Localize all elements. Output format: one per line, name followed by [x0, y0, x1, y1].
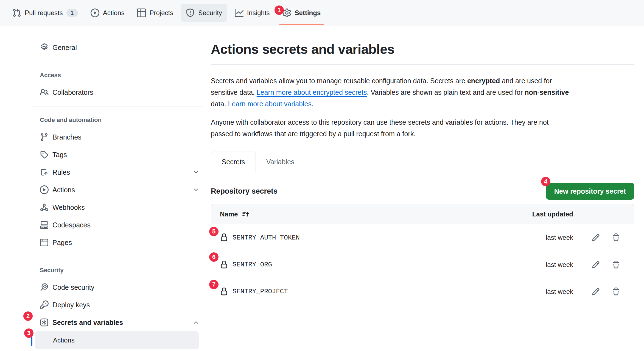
nav-tab-label: Settings	[295, 9, 321, 17]
nav-tab-settings[interactable]: 1 Settings	[278, 4, 326, 22]
sidebar-item-general[interactable]: General	[31, 39, 203, 56]
intro-text: and are used for	[500, 77, 552, 85]
sidebar-item-tags[interactable]: Tags	[31, 146, 203, 163]
nav-tab-label: Insights	[247, 9, 270, 17]
nav-tab-security[interactable]: Security	[181, 4, 227, 22]
encrypted-secrets-link[interactable]: Learn more about encrypted secrets	[257, 88, 367, 96]
rules-icon	[40, 168, 49, 177]
tag-icon	[40, 150, 49, 159]
secret-last-updated: last week	[531, 288, 583, 296]
annotation-badge-6: 6	[209, 252, 219, 262]
sidebar-item-actions[interactable]: Actions	[31, 181, 203, 199]
secrets-table-wrap: 5 6 7 Name Last updated SENTRY_AUTH_TOKE…	[211, 204, 634, 305]
intro-text: . Variables are shown as plain text and …	[367, 88, 525, 96]
annotation-badge-5: 5	[209, 227, 219, 236]
sidebar-item-pages[interactable]: Pages	[31, 234, 203, 251]
secret-row-sentry-project: SENTRY_PROJECT last week	[211, 278, 634, 305]
git-pull-request-icon	[12, 9, 21, 17]
nav-tab-label: Security	[198, 9, 222, 17]
sidebar-item-code-security[interactable]: Code security	[31, 278, 203, 296]
name-header-label: Name	[220, 210, 238, 218]
secret-name: SENTRY_ORG	[233, 261, 272, 268]
secret-last-updated: last week	[531, 261, 583, 269]
repository-secrets-header-row: Repository secrets 4 New repository secr…	[211, 183, 634, 200]
sidebar-item-deploy-keys[interactable]: Deploy keys	[31, 296, 203, 314]
secret-row-sentry-auth-token: SENTRY_AUTH_TOKEN last week	[211, 224, 634, 251]
sidebar-item-branches[interactable]: Branches	[31, 128, 203, 146]
edit-pencil-icon[interactable]	[592, 288, 600, 296]
secret-actions-cell	[583, 233, 634, 242]
chevron-down-icon	[193, 186, 199, 193]
edit-pencil-icon[interactable]	[592, 261, 600, 269]
graph-icon	[235, 9, 243, 17]
sidebar-section-code-and-automation: Code and automation	[31, 115, 203, 126]
table-icon	[137, 9, 146, 17]
sidebar-item-webhooks[interactable]: Webhooks	[31, 199, 203, 216]
webhook-icon	[40, 203, 49, 212]
settings-sidebar: General Access Collaborators Code and au…	[31, 26, 203, 349]
people-icon	[40, 88, 49, 97]
intro-text: .	[312, 100, 313, 108]
tab-secrets[interactable]: Secrets	[211, 152, 256, 172]
play-circle-icon	[91, 9, 99, 17]
sidebar-item-secrets-and-variables[interactable]: 2 Secrets and variables	[31, 314, 203, 331]
annotation-badge-2: 2	[23, 311, 33, 321]
access-line: Anyone with collaborator access to this …	[211, 116, 634, 128]
secret-actions-cell	[583, 261, 634, 269]
sidebar-item-rules[interactable]: Rules	[31, 163, 203, 181]
secret-name-cell: SENTRY_PROJECT	[211, 288, 531, 296]
lock-icon	[220, 288, 228, 296]
sidebar-item-collaborators[interactable]: Collaborators	[31, 83, 203, 101]
repo-tab-bar: Pull requests 1 Actions Projects Securit…	[0, 0, 644, 26]
sidebar-item-label: Secrets and variables	[52, 319, 123, 327]
intro-line: sensitive data. Learn more about encrypt…	[211, 87, 634, 98]
nav-tab-label: Actions	[103, 9, 125, 17]
sidebar-item-label: Codespaces	[52, 221, 91, 229]
sidebar-item-label: Collaborators	[52, 88, 93, 96]
sidebar-item-label: Pages	[52, 239, 72, 247]
sidebar-item-label: Branches	[52, 133, 82, 141]
variables-link[interactable]: Learn more about variables	[228, 100, 312, 108]
annotation-badge-4: 4	[541, 177, 550, 186]
codespaces-icon	[40, 221, 49, 229]
new-repository-secret-button[interactable]: 4 New repository secret	[546, 183, 634, 200]
lock-icon	[220, 233, 228, 242]
secret-name-cell: SENTRY_AUTH_TOKEN	[211, 233, 531, 242]
nav-tab-actions[interactable]: Actions	[86, 4, 130, 22]
secret-name-cell: SENTRY_ORG	[211, 261, 531, 269]
secret-name: SENTRY_AUTH_TOKEN	[233, 234, 300, 241]
sidebar-section-access: Access	[31, 70, 203, 81]
asterisk-box-icon	[40, 318, 49, 327]
browser-icon	[40, 238, 49, 247]
git-branch-icon	[40, 133, 49, 141]
repository-secrets-title: Repository secrets	[211, 187, 278, 196]
annotation-badge-3: 3	[24, 328, 33, 338]
sidebar-subitem-row: 3 Actions	[31, 331, 203, 349]
sidebar-subitem-actions-selected[interactable]: Actions	[35, 331, 199, 349]
name-header-cell[interactable]: Name	[211, 210, 531, 218]
tab-variables[interactable]: Variables	[256, 152, 305, 172]
intro-text: Secrets and variables allow you to manag…	[211, 77, 467, 85]
sidebar-item-codespaces[interactable]: Codespaces	[31, 216, 203, 234]
title-divider	[211, 64, 634, 65]
sidebar-item-label: Rules	[52, 168, 70, 176]
play-circle-icon	[40, 185, 49, 194]
chevron-down-icon	[193, 169, 199, 176]
sidebar-section-security: Security	[31, 265, 203, 276]
secret-row-sentry-org: SENTRY_ORG last week	[211, 251, 634, 278]
secret-actions-cell	[583, 288, 634, 296]
edit-pencil-icon[interactable]	[592, 233, 600, 242]
main-content: Actions secrets and variables Secrets an…	[211, 26, 634, 305]
new-repository-secret-label: New repository secret	[554, 187, 626, 195]
trash-icon[interactable]	[612, 261, 620, 269]
nav-tab-pull-requests[interactable]: Pull requests 1	[7, 4, 83, 22]
annotation-badge-1: 1	[275, 5, 284, 15]
nav-tab-projects[interactable]: Projects	[132, 4, 178, 22]
access-line: passed to workflows that are triggered b…	[211, 128, 634, 140]
nav-tab-insights[interactable]: Insights	[230, 4, 275, 22]
intro-bold-encrypted: encrypted	[467, 77, 500, 85]
sidebar-item-label: Webhooks	[52, 204, 85, 211]
trash-icon[interactable]	[612, 233, 620, 242]
sidebar-item-label: Actions	[53, 336, 75, 344]
trash-icon[interactable]	[612, 288, 620, 296]
